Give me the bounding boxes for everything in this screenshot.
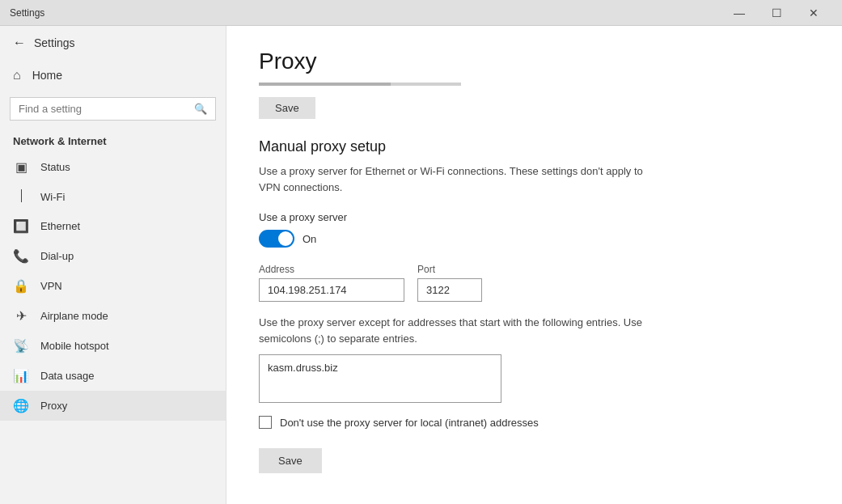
back-button[interactable]: ← Settings xyxy=(0,26,226,60)
progress-bar-fill xyxy=(259,83,391,86)
sidebar-item-vpn[interactable]: 🔒 VPN xyxy=(0,271,226,301)
use-proxy-label: Use a proxy server xyxy=(259,211,810,223)
sidebar: ← Settings ⌂ Home 🔍 Network & Internet ▣… xyxy=(0,26,226,504)
sidebar-label-status: Status xyxy=(40,161,70,173)
sidebar-item-proxy[interactable]: 🌐 Proxy xyxy=(0,391,226,421)
toggle-state-label: On xyxy=(303,233,316,245)
content-area: Proxy Save Manual proxy setup Use a prox… xyxy=(226,26,842,504)
hotspot-icon: 📡 xyxy=(13,338,29,354)
wifi-icon: ⏐ xyxy=(13,189,29,204)
proxy-toggle[interactable] xyxy=(259,230,294,248)
vpn-icon: 🔒 xyxy=(13,278,29,294)
minimize-button[interactable]: — xyxy=(721,0,758,26)
sidebar-label-datausage: Data usage xyxy=(40,370,95,382)
sidebar-item-home[interactable]: ⌂ Home xyxy=(0,60,226,91)
exception-description: Use the proxy server except for addresse… xyxy=(259,315,663,346)
sidebar-category: Network & Internet xyxy=(0,127,226,152)
sidebar-item-dialup[interactable]: 📞 Dial-up xyxy=(0,241,226,271)
exception-input[interactable] xyxy=(259,354,501,403)
checkbox-label: Don't use the proxy server for local (in… xyxy=(280,417,539,429)
address-port-row: Address Port xyxy=(259,264,810,302)
home-icon: ⌂ xyxy=(13,68,21,83)
sidebar-label-dialup: Dial-up xyxy=(40,250,74,262)
port-field-group: Port xyxy=(417,264,482,302)
back-arrow-icon: ← xyxy=(13,36,26,50)
sidebar-home-label: Home xyxy=(32,69,62,82)
dialup-icon: 📞 xyxy=(13,248,29,264)
toggle-knob xyxy=(278,231,293,246)
sidebar-item-ethernet[interactable]: 🔲 Ethernet xyxy=(0,211,226,241)
toggle-row: On xyxy=(259,230,810,248)
port-input[interactable] xyxy=(417,278,482,302)
proxy-icon: 🌐 xyxy=(13,398,29,413)
title-bar: Settings — ☐ ✕ xyxy=(0,0,842,26)
sidebar-label-airplane: Airplane mode xyxy=(40,310,108,322)
airplane-icon: ✈ xyxy=(13,308,29,324)
search-input[interactable] xyxy=(19,103,188,115)
sidebar-item-airplane[interactable]: ✈ Airplane mode xyxy=(0,301,226,331)
top-save-button[interactable]: Save xyxy=(259,97,315,119)
port-label: Port xyxy=(417,264,482,275)
sidebar-item-wifi[interactable]: ⏐ Wi-Fi xyxy=(0,182,226,211)
app-body: ← Settings ⌂ Home 🔍 Network & Internet ▣… xyxy=(0,26,842,504)
datausage-icon: 📊 xyxy=(13,368,29,383)
address-field-group: Address xyxy=(259,264,404,302)
checkbox-row: Don't use the proxy server for local (in… xyxy=(259,416,810,429)
search-icon: 🔍 xyxy=(194,103,207,115)
page-title: Proxy xyxy=(259,49,810,74)
sidebar-item-datausage[interactable]: 📊 Data usage xyxy=(0,361,226,391)
search-box[interactable]: 🔍 xyxy=(10,97,216,121)
sidebar-label-ethernet: Ethernet xyxy=(40,220,80,232)
sidebar-label-vpn: VPN xyxy=(40,280,62,292)
title-bar-title: Settings xyxy=(10,7,721,19)
sidebar-label-wifi: Wi-Fi xyxy=(40,191,65,203)
sidebar-app-title: Settings xyxy=(34,36,75,49)
ethernet-icon: 🔲 xyxy=(13,218,29,234)
manual-section-title: Manual proxy setup xyxy=(259,138,810,155)
manual-description: Use a proxy server for Ethernet or Wi-Fi… xyxy=(259,163,663,195)
progress-bar xyxy=(259,83,461,86)
local-address-checkbox[interactable] xyxy=(259,416,272,429)
maximize-button[interactable]: ☐ xyxy=(758,0,795,26)
title-bar-controls: — ☐ ✕ xyxy=(721,0,832,26)
sidebar-label-proxy: Proxy xyxy=(40,400,67,412)
status-icon: ▣ xyxy=(13,159,29,175)
sidebar-item-hotspot[interactable]: 📡 Mobile hotspot xyxy=(0,331,226,361)
sidebar-item-status[interactable]: ▣ Status xyxy=(0,152,226,182)
address-input[interactable] xyxy=(259,278,404,302)
close-button[interactable]: ✕ xyxy=(795,0,832,26)
sidebar-label-hotspot: Mobile hotspot xyxy=(40,340,109,352)
bottom-save-button[interactable]: Save xyxy=(259,448,322,473)
address-label: Address xyxy=(259,264,404,275)
